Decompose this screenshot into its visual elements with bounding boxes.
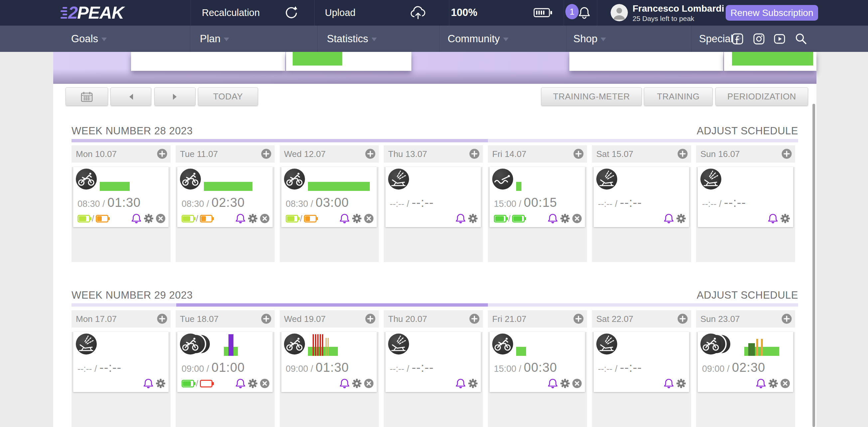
next-week-button[interactable] bbox=[154, 88, 195, 106]
reminder-bell-icon[interactable] bbox=[548, 378, 558, 389]
add-workout-button[interactable] bbox=[157, 149, 167, 159]
upload-button[interactable]: Upload bbox=[325, 7, 355, 18]
view-button-training[interactable]: TRAINING bbox=[644, 88, 713, 106]
reminder-bell-icon[interactable] bbox=[131, 213, 142, 224]
reminder-bell-icon[interactable] bbox=[663, 213, 674, 224]
workout-card[interactable]: 09:00 / 01:00/ bbox=[177, 332, 273, 392]
add-workout-button[interactable] bbox=[469, 149, 479, 159]
reminder-bell-icon[interactable] bbox=[235, 213, 246, 224]
calendar-picker-button[interactable] bbox=[65, 88, 108, 106]
refresh-icon[interactable] bbox=[284, 6, 298, 21]
workout-card[interactable]: 09:00 / 02:30 bbox=[698, 332, 793, 392]
battery-indicators: / bbox=[182, 214, 213, 223]
add-workout-button[interactable] bbox=[157, 314, 167, 324]
battery-separator: / bbox=[196, 214, 198, 223]
cloud-upload-icon[interactable] bbox=[409, 6, 427, 21]
reminder-bell-icon[interactable] bbox=[755, 378, 766, 389]
reminder-bell-icon[interactable] bbox=[455, 213, 466, 224]
settings-gear-icon[interactable] bbox=[676, 214, 686, 223]
nav-item-plan[interactable]: Plan bbox=[200, 33, 229, 45]
add-workout-button[interactable] bbox=[469, 314, 479, 324]
settings-gear-icon[interactable] bbox=[780, 214, 790, 223]
settings-gear-icon[interactable] bbox=[468, 214, 478, 223]
workout-card[interactable]: --:-- / --:-- bbox=[698, 167, 793, 227]
renew-subscription-button[interactable]: Renew Subscription bbox=[726, 5, 818, 21]
reminder-bell-icon[interactable] bbox=[455, 378, 466, 389]
vertical-scrollbar[interactable] bbox=[812, 104, 815, 427]
card-bottom-row bbox=[598, 213, 686, 224]
instagram-icon[interactable] bbox=[752, 32, 766, 45]
nav-item-statistics[interactable]: Statistics bbox=[327, 33, 377, 45]
settings-gear-icon[interactable] bbox=[156, 378, 166, 389]
add-workout-button[interactable] bbox=[781, 149, 792, 159]
card-actions bbox=[768, 213, 790, 224]
workout-card[interactable]: --:-- / --:-- bbox=[73, 332, 168, 392]
adjust-schedule-button[interactable]: ADJUST SCHEDULE bbox=[697, 289, 798, 301]
reminder-bell-icon[interactable] bbox=[663, 378, 674, 389]
workout-card[interactable]: --:-- / --:-- bbox=[594, 167, 689, 227]
day-label: Thu 20.07 bbox=[388, 314, 427, 324]
settings-gear-icon[interactable] bbox=[248, 378, 258, 389]
workout-card[interactable]: 08:30 / 03:00/ bbox=[281, 167, 377, 227]
add-workout-button[interactable] bbox=[574, 149, 584, 159]
settings-gear-icon[interactable] bbox=[768, 378, 778, 389]
workout-card[interactable]: --:-- / --:-- bbox=[594, 332, 689, 392]
workout-card[interactable]: --:-- / --:-- bbox=[385, 332, 481, 392]
add-workout-button[interactable] bbox=[677, 149, 688, 159]
facebook-icon[interactable] bbox=[731, 32, 744, 45]
add-workout-button[interactable] bbox=[261, 149, 271, 159]
settings-gear-icon[interactable] bbox=[676, 378, 686, 389]
nav-item-community[interactable]: Community bbox=[447, 33, 508, 45]
nav-item-goals[interactable]: Goals bbox=[71, 33, 107, 45]
workout-card[interactable]: 08:30 / 02:30/ bbox=[177, 167, 273, 227]
view-button-periodization[interactable]: PERIODIZATION bbox=[715, 88, 808, 106]
notifications-bell-icon[interactable] bbox=[578, 6, 591, 21]
delete-close-icon[interactable] bbox=[364, 378, 374, 389]
add-workout-button[interactable] bbox=[261, 314, 271, 324]
reminder-bell-icon[interactable] bbox=[548, 213, 558, 224]
settings-gear-icon[interactable] bbox=[144, 214, 154, 223]
delete-close-icon[interactable] bbox=[156, 214, 166, 223]
settings-gear-icon[interactable] bbox=[352, 214, 362, 223]
workout-card[interactable]: 09:00 / 01:30 bbox=[281, 332, 377, 392]
youtube-icon[interactable] bbox=[773, 32, 786, 45]
reminder-bell-icon[interactable] bbox=[768, 213, 778, 224]
prev-week-button[interactable] bbox=[111, 88, 151, 106]
user-name[interactable]: Francesco Lombardi bbox=[632, 3, 724, 14]
add-workout-button[interactable] bbox=[677, 314, 688, 324]
add-workout-button[interactable] bbox=[365, 314, 375, 324]
logo[interactable]: 2 PEAK bbox=[60, 3, 124, 23]
settings-gear-icon[interactable] bbox=[560, 378, 570, 389]
workout-card[interactable]: 08:30 / 01:30/ bbox=[73, 167, 168, 227]
delete-close-icon[interactable] bbox=[780, 378, 790, 389]
delete-close-icon[interactable] bbox=[260, 378, 270, 389]
today-button[interactable]: TODAY bbox=[198, 88, 258, 106]
delete-close-icon[interactable] bbox=[260, 214, 270, 223]
settings-gear-icon[interactable] bbox=[248, 214, 258, 223]
avatar[interactable] bbox=[611, 4, 628, 21]
adjust-schedule-button[interactable]: ADJUST SCHEDULE bbox=[697, 125, 798, 137]
add-workout-button[interactable] bbox=[781, 314, 792, 324]
search-icon[interactable] bbox=[794, 32, 808, 46]
add-workout-button[interactable] bbox=[574, 314, 584, 324]
delete-close-icon[interactable] bbox=[364, 214, 374, 223]
delete-close-icon[interactable] bbox=[572, 214, 582, 223]
intensity-bar bbox=[204, 182, 252, 191]
workout-card[interactable]: --:-- / --:-- bbox=[385, 167, 481, 227]
reminder-bell-icon[interactable] bbox=[143, 378, 154, 389]
nav-item-shop[interactable]: Shop bbox=[574, 33, 606, 45]
workout-card[interactable]: 15:00 / 00:30 bbox=[490, 332, 585, 392]
reminder-bell-icon[interactable] bbox=[339, 213, 350, 224]
workout-card[interactable]: 15:00 / 00:15/ bbox=[490, 167, 585, 227]
reminder-bell-icon[interactable] bbox=[235, 378, 246, 389]
intensity-bar bbox=[313, 334, 314, 356]
recalculation-button[interactable]: Recalculation bbox=[202, 7, 260, 18]
add-workout-button[interactable] bbox=[365, 149, 375, 159]
settings-gear-icon[interactable] bbox=[352, 378, 362, 389]
view-button-training-meter[interactable]: TRAINING-METER bbox=[541, 88, 642, 106]
reminder-bell-icon[interactable] bbox=[339, 378, 350, 389]
settings-gear-icon[interactable] bbox=[560, 214, 570, 223]
settings-gear-icon[interactable] bbox=[468, 378, 478, 389]
fatigue-battery-icon bbox=[304, 215, 317, 222]
delete-close-icon[interactable] bbox=[572, 378, 582, 389]
